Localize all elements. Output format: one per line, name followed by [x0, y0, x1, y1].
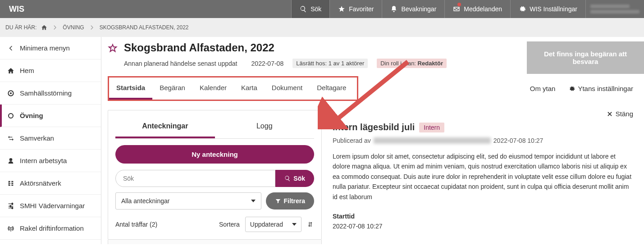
notes-search-input[interactable]: [115, 170, 275, 187]
sort-direction-icon[interactable]: [307, 221, 314, 228]
breadcrumb: DU ÄR HÄR: ÖVNING SKOGSBRAND ALFASTADEN,…: [0, 18, 644, 37]
close-button[interactable]: Stäng: [607, 110, 633, 118]
search-icon: [300, 5, 307, 13]
nav-watches[interactable]: Bevakningar: [382, 0, 444, 18]
publisher-blurred: [374, 137, 491, 144]
network-icon: [7, 180, 14, 187]
detail-title: Intern lägesbild juli: [333, 122, 415, 132]
sidebar-item-label: Minimera menyn: [20, 44, 70, 52]
sort-select[interactable]: Uppdaterad: [245, 217, 301, 232]
sidebar-item-internal[interactable]: Intern arbetsyta: [0, 150, 101, 172]
main-content: Det finns inga begäran att besvara Skogs…: [101, 37, 644, 244]
home-icon: [7, 67, 14, 74]
read-access-badge: Läsrätt hos: 1 av 1 aktörer: [292, 59, 368, 68]
circle-icon: [7, 112, 14, 119]
nav-favorites[interactable]: Favoriter: [329, 0, 382, 18]
notes-filter-select[interactable]: Alla anteckningar: [115, 192, 261, 210]
tab-kalender[interactable]: Kalender: [192, 78, 234, 100]
surface-settings-link[interactable]: Ytans inställningar: [569, 85, 633, 92]
role-badge: Din roll i ytan: Redaktör: [377, 59, 447, 68]
breadcrumb-item[interactable]: ÖVNING: [63, 24, 84, 31]
sidebar-item-label: SMHI Vädervarningar: [20, 202, 85, 210]
sidebar-item-label: Intern arbetsyta: [20, 157, 67, 164]
sidebar-item-exercise[interactable]: Övning: [0, 105, 101, 127]
sidebar-item-collab[interactable]: Samverkan: [0, 127, 101, 150]
home-icon[interactable]: [41, 24, 47, 31]
nav-label: Bevakningar: [401, 5, 436, 13]
published-by-label: Publicerad av: [333, 137, 371, 144]
antenna-icon: [7, 225, 14, 232]
mail-icon: [453, 5, 460, 13]
gear-icon: [519, 5, 526, 13]
star-icon: [338, 5, 345, 13]
page-title: Skogsbrand Alfastaden, 2022: [124, 41, 447, 54]
sidebar-item-label: Samverkan: [20, 134, 54, 142]
nav-messages[interactable]: Meddelanden: [444, 0, 510, 18]
close-icon: [607, 111, 613, 117]
note-list-item[interactable]: Uppdaterad: 2022-07-08: [108, 240, 322, 244]
sliders-icon: [7, 202, 14, 210]
requests-callout: Det finns inga begäran att besvara: [527, 41, 644, 74]
main-tabs-highlighted: Startsida Begäran Kalender Karta Dokumen…: [108, 76, 358, 101]
caret-down-icon: [251, 200, 256, 202]
results-count: Antal träffar (2): [115, 221, 214, 228]
sidebar-item-rakel[interactable]: Rakel driftinformation: [0, 217, 101, 240]
nav-label: Meddelanden: [464, 5, 502, 13]
nav-search[interactable]: Sök: [291, 0, 329, 18]
tab-startsida[interactable]: Startsida: [109, 78, 152, 100]
detail-body: Lorem ipsum dolor sit amet, consectetur …: [333, 151, 633, 202]
sidebar-item-disruption[interactable]: Samhällsstörning: [0, 82, 101, 105]
new-note-button[interactable]: Ny anteckning: [115, 145, 314, 164]
chevron-right-icon: [89, 24, 95, 31]
sidebar-item-label: Samhällsstörning: [20, 89, 72, 97]
user-icon: [7, 157, 14, 164]
breadcrumb-item: SKOGSBRAND ALFASTADEN, 2022: [100, 24, 189, 31]
published-date: 2022-07-08 10:27: [493, 137, 544, 144]
tab-deltagare[interactable]: Deltagare: [310, 78, 353, 100]
sidebar-item-home[interactable]: Hem: [0, 59, 101, 82]
notes-search-button[interactable]: Sök: [275, 170, 314, 187]
chevron-left-icon: [7, 45, 14, 52]
sort-label: Sortera: [219, 221, 240, 228]
nav-settings[interactable]: WIS Inställningar: [510, 0, 585, 18]
sidebar-item-label: Rakel driftinformation: [20, 224, 84, 232]
about-surface-link[interactable]: Om ytan: [530, 85, 556, 92]
page-subtitle: Annan planerad händelse senast uppdat 20…: [124, 60, 283, 67]
arrows-icon: [7, 135, 14, 142]
filter-icon: [275, 198, 281, 204]
chevron-right-icon: [52, 24, 58, 31]
detail-panel: Stäng Intern lägesbild juli Intern Publi…: [333, 110, 638, 244]
notification-dot: [457, 3, 461, 6]
tab-begaran[interactable]: Begäran: [152, 78, 192, 100]
start-time-label: Starttid: [333, 213, 633, 220]
tab-dokument[interactable]: Dokument: [265, 78, 310, 100]
start-time-value: 2022-07-08 10:27: [333, 223, 633, 230]
sidebar-minimize[interactable]: Minimera menyn: [0, 37, 101, 59]
sidebar-item-label: Aktörsnätverk: [20, 179, 61, 187]
sidebar-item-label: Övning: [20, 112, 43, 119]
log-tab[interactable]: Logg: [215, 118, 315, 138]
user-info-blurred: [585, 0, 644, 18]
search-icon: [284, 175, 291, 182]
gear-icon: [569, 86, 575, 92]
intern-badge: Intern: [419, 123, 444, 132]
breadcrumb-prefix: DU ÄR HÄR:: [5, 24, 37, 31]
brand: WIS: [0, 0, 291, 18]
caret-down-icon: [292, 223, 297, 226]
notes-panel: Anteckningar Logg Ny anteckning Sök All: [108, 110, 322, 244]
callout-text: Det finns inga begäran att besvara: [531, 50, 639, 65]
favorite-star-icon[interactable]: [108, 43, 118, 53]
top-nav: WIS Sök Favoriter Bevakningar Meddelande…: [0, 0, 644, 18]
nav-label: Sök: [311, 5, 321, 13]
tab-karta[interactable]: Karta: [234, 78, 265, 100]
sidebar-item-network[interactable]: Aktörsnätverk: [0, 172, 101, 195]
target-icon: [7, 90, 14, 97]
filter-button[interactable]: Filtrera: [266, 192, 314, 210]
bell-icon: [390, 5, 397, 13]
sidebar-item-smhi[interactable]: SMHI Vädervarningar: [0, 195, 101, 217]
sidebar: Minimera menyn Hem Samhällsstörning Övni…: [0, 37, 101, 244]
notes-tab[interactable]: Anteckningar: [115, 118, 215, 138]
sidebar-item-label: Hem: [20, 67, 34, 74]
nav-label: Favoriter: [349, 5, 374, 13]
nav-label: WIS Inställningar: [530, 5, 577, 13]
